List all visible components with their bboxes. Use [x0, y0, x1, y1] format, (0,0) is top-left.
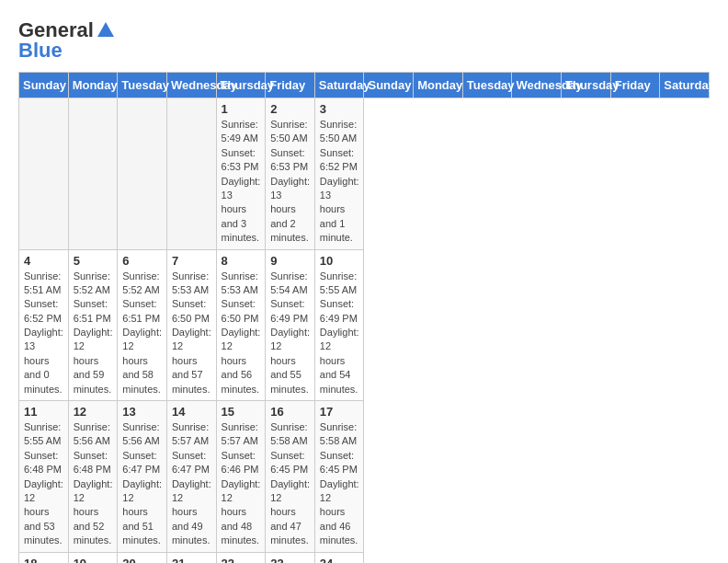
- day-info: Sunrise: 5:56 AM Sunset: 6:48 PM Dayligh…: [74, 420, 113, 548]
- day-info: Sunrise: 5:50 AM Sunset: 6:53 PM Dayligh…: [270, 118, 310, 246]
- day-number: 18: [24, 557, 63, 563]
- day-number: 7: [172, 254, 211, 268]
- day-header-sunday: Sunday: [19, 73, 69, 98]
- calendar-cell: 11Sunrise: 5:55 AM Sunset: 6:48 PM Dayli…: [19, 401, 69, 553]
- day-info: Sunrise: 5:55 AM Sunset: 6:48 PM Dayligh…: [24, 420, 63, 548]
- day-number: 24: [320, 557, 359, 563]
- calendar-cell: 1Sunrise: 5:49 AM Sunset: 6:53 PM Daylig…: [216, 98, 266, 250]
- calendar-cell: 16Sunrise: 5:58 AM Sunset: 6:45 PM Dayli…: [266, 401, 315, 553]
- day-info: Sunrise: 5:50 AM Sunset: 6:52 PM Dayligh…: [320, 118, 359, 246]
- day-number: 12: [74, 405, 113, 419]
- day-info: Sunrise: 5:49 AM Sunset: 6:53 PM Dayligh…: [222, 118, 261, 246]
- day-header-monday: Monday: [68, 73, 118, 98]
- calendar-cell: 23Sunrise: 6:01 AM Sunset: 6:41 PM Dayli…: [266, 552, 315, 563]
- day-number: 1: [222, 102, 261, 116]
- day-number: 8: [222, 254, 261, 268]
- day-header-wednesday: Wednesday: [512, 73, 562, 98]
- day-number: 21: [172, 557, 211, 563]
- calendar-cell: 20Sunrise: 6:00 AM Sunset: 6:43 PM Dayli…: [118, 552, 167, 563]
- calendar-cell: 10Sunrise: 5:55 AM Sunset: 6:49 PM Dayli…: [314, 249, 364, 401]
- day-number: 20: [122, 557, 162, 563]
- day-header-saturday: Saturday: [660, 73, 710, 98]
- calendar-cell: [68, 98, 118, 250]
- day-number: 23: [270, 557, 310, 563]
- calendar-week-1: 1Sunrise: 5:49 AM Sunset: 6:53 PM Daylig…: [19, 98, 710, 250]
- day-info: Sunrise: 5:55 AM Sunset: 6:49 PM Dayligh…: [320, 270, 359, 397]
- logo-icon: [96, 20, 116, 40]
- day-header-saturday: Saturday: [314, 73, 364, 98]
- day-info: Sunrise: 5:57 AM Sunset: 6:47 PM Dayligh…: [172, 420, 211, 548]
- day-header-tuesday: Tuesday: [118, 73, 167, 98]
- calendar-cell: 4Sunrise: 5:51 AM Sunset: 6:52 PM Daylig…: [19, 249, 69, 401]
- day-number: 2: [270, 102, 310, 116]
- calendar-cell: 21Sunrise: 6:00 AM Sunset: 6:42 PM Dayli…: [166, 552, 216, 563]
- calendar-cell: 13Sunrise: 5:56 AM Sunset: 6:47 PM Dayli…: [118, 401, 167, 553]
- calendar-cell: 24Sunrise: 6:02 AM Sunset: 6:40 PM Dayli…: [314, 552, 364, 563]
- calendar-cell: 22Sunrise: 6:01 AM Sunset: 6:41 PM Dayli…: [216, 552, 266, 563]
- day-number: 5: [74, 254, 113, 268]
- day-info: Sunrise: 5:52 AM Sunset: 6:51 PM Dayligh…: [74, 270, 113, 397]
- calendar-cell: 8Sunrise: 5:53 AM Sunset: 6:50 PM Daylig…: [216, 249, 266, 401]
- calendar-header-row: SundayMondayTuesdayWednesdayThursdayFrid…: [19, 73, 710, 98]
- day-header-wednesday: Wednesday: [166, 73, 216, 98]
- day-number: 13: [122, 405, 162, 419]
- calendar-cell: 12Sunrise: 5:56 AM Sunset: 6:48 PM Dayli…: [68, 401, 118, 553]
- day-header-thursday: Thursday: [562, 73, 611, 98]
- day-header-sunday: Sunday: [364, 73, 414, 98]
- day-info: Sunrise: 5:58 AM Sunset: 6:45 PM Dayligh…: [320, 420, 359, 548]
- logo: General Blue: [18, 18, 118, 63]
- calendar-cell: 5Sunrise: 5:52 AM Sunset: 6:51 PM Daylig…: [68, 249, 118, 401]
- day-number: 15: [222, 405, 261, 419]
- day-info: Sunrise: 5:51 AM Sunset: 6:52 PM Dayligh…: [24, 270, 63, 397]
- day-number: 6: [122, 254, 162, 268]
- svg-marker-0: [97, 22, 114, 37]
- day-info: Sunrise: 5:53 AM Sunset: 6:50 PM Dayligh…: [222, 270, 261, 397]
- day-number: 4: [24, 254, 63, 268]
- day-info: Sunrise: 5:53 AM Sunset: 6:50 PM Dayligh…: [172, 270, 211, 397]
- page-header: General Blue: [18, 18, 710, 63]
- day-info: Sunrise: 5:57 AM Sunset: 6:46 PM Dayligh…: [222, 420, 261, 548]
- day-number: 9: [270, 254, 310, 268]
- day-number: 14: [172, 405, 211, 419]
- day-number: 11: [24, 405, 63, 419]
- day-header-friday: Friday: [266, 73, 315, 98]
- calendar-cell: 17Sunrise: 5:58 AM Sunset: 6:45 PM Dayli…: [314, 401, 364, 553]
- calendar-cell: [118, 98, 167, 250]
- day-info: Sunrise: 5:54 AM Sunset: 6:49 PM Dayligh…: [270, 270, 310, 397]
- calendar-week-4: 18Sunrise: 5:59 AM Sunset: 6:44 PM Dayli…: [19, 552, 710, 563]
- calendar-cell: 2Sunrise: 5:50 AM Sunset: 6:53 PM Daylig…: [266, 98, 315, 250]
- calendar-cell: 9Sunrise: 5:54 AM Sunset: 6:49 PM Daylig…: [266, 249, 315, 401]
- day-info: Sunrise: 5:52 AM Sunset: 6:51 PM Dayligh…: [122, 270, 162, 397]
- day-header-friday: Friday: [610, 73, 660, 98]
- calendar-cell: 15Sunrise: 5:57 AM Sunset: 6:46 PM Dayli…: [216, 401, 266, 553]
- day-number: 3: [320, 102, 359, 116]
- logo-blue-text: Blue: [18, 39, 63, 63]
- day-header-thursday: Thursday: [216, 73, 266, 98]
- day-number: 16: [270, 405, 310, 419]
- day-number: 19: [74, 557, 113, 563]
- day-number: 10: [320, 254, 359, 268]
- calendar-cell: [166, 98, 216, 250]
- calendar-cell: 3Sunrise: 5:50 AM Sunset: 6:52 PM Daylig…: [314, 98, 364, 250]
- day-number: 22: [222, 557, 261, 563]
- calendar-cell: 19Sunrise: 5:59 AM Sunset: 6:44 PM Dayli…: [68, 552, 118, 563]
- day-info: Sunrise: 5:56 AM Sunset: 6:47 PM Dayligh…: [122, 420, 162, 548]
- day-header-tuesday: Tuesday: [462, 73, 512, 98]
- day-header-monday: Monday: [414, 73, 463, 98]
- calendar-table: SundayMondayTuesdayWednesdayThursdayFrid…: [18, 72, 710, 563]
- day-info: Sunrise: 5:58 AM Sunset: 6:45 PM Dayligh…: [270, 420, 310, 548]
- calendar-cell: 18Sunrise: 5:59 AM Sunset: 6:44 PM Dayli…: [19, 552, 69, 563]
- calendar-cell: 7Sunrise: 5:53 AM Sunset: 6:50 PM Daylig…: [166, 249, 216, 401]
- calendar-cell: 6Sunrise: 5:52 AM Sunset: 6:51 PM Daylig…: [118, 249, 167, 401]
- calendar-week-2: 4Sunrise: 5:51 AM Sunset: 6:52 PM Daylig…: [19, 249, 710, 401]
- calendar-cell: [19, 98, 69, 250]
- day-number: 17: [320, 405, 359, 419]
- calendar-cell: 14Sunrise: 5:57 AM Sunset: 6:47 PM Dayli…: [166, 401, 216, 553]
- calendar-week-3: 11Sunrise: 5:55 AM Sunset: 6:48 PM Dayli…: [19, 401, 710, 553]
